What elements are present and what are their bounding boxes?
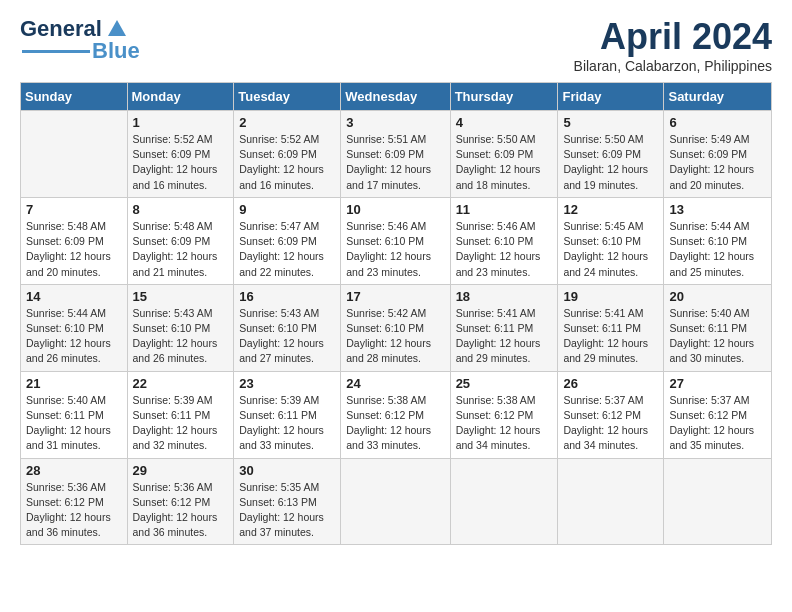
day-info: Sunrise: 5:52 AMSunset: 6:09 PMDaylight:… xyxy=(133,132,229,193)
calendar-cell: 6 Sunrise: 5:49 AMSunset: 6:09 PMDayligh… xyxy=(664,111,772,198)
calendar-table: SundayMondayTuesdayWednesdayThursdayFrid… xyxy=(20,82,772,545)
calendar-cell: 24 Sunrise: 5:38 AMSunset: 6:12 PMDaylig… xyxy=(341,371,450,458)
day-number: 7 xyxy=(26,202,122,217)
day-number: 6 xyxy=(669,115,766,130)
calendar-cell: 28 Sunrise: 5:36 AMSunset: 6:12 PMDaylig… xyxy=(21,458,128,545)
day-info: Sunrise: 5:42 AMSunset: 6:10 PMDaylight:… xyxy=(346,306,444,367)
day-number: 2 xyxy=(239,115,335,130)
day-info: Sunrise: 5:50 AMSunset: 6:09 PMDaylight:… xyxy=(563,132,658,193)
day-info: Sunrise: 5:38 AMSunset: 6:12 PMDaylight:… xyxy=(456,393,553,454)
day-number: 13 xyxy=(669,202,766,217)
day-info: Sunrise: 5:39 AMSunset: 6:11 PMDaylight:… xyxy=(239,393,335,454)
calendar-cell xyxy=(341,458,450,545)
logo: General Blue xyxy=(20,16,140,64)
day-info: Sunrise: 5:48 AMSunset: 6:09 PMDaylight:… xyxy=(133,219,229,280)
calendar-cell: 23 Sunrise: 5:39 AMSunset: 6:11 PMDaylig… xyxy=(234,371,341,458)
calendar-cell: 17 Sunrise: 5:42 AMSunset: 6:10 PMDaylig… xyxy=(341,284,450,371)
col-header-sunday: Sunday xyxy=(21,83,128,111)
calendar-cell xyxy=(450,458,558,545)
day-number: 20 xyxy=(669,289,766,304)
day-number: 3 xyxy=(346,115,444,130)
day-info: Sunrise: 5:46 AMSunset: 6:10 PMDaylight:… xyxy=(346,219,444,280)
day-number: 27 xyxy=(669,376,766,391)
day-info: Sunrise: 5:43 AMSunset: 6:10 PMDaylight:… xyxy=(239,306,335,367)
day-info: Sunrise: 5:51 AMSunset: 6:09 PMDaylight:… xyxy=(346,132,444,193)
day-info: Sunrise: 5:37 AMSunset: 6:12 PMDaylight:… xyxy=(563,393,658,454)
day-info: Sunrise: 5:37 AMSunset: 6:12 PMDaylight:… xyxy=(669,393,766,454)
calendar-cell: 30 Sunrise: 5:35 AMSunset: 6:13 PMDaylig… xyxy=(234,458,341,545)
calendar-cell: 22 Sunrise: 5:39 AMSunset: 6:11 PMDaylig… xyxy=(127,371,234,458)
day-info: Sunrise: 5:44 AMSunset: 6:10 PMDaylight:… xyxy=(669,219,766,280)
calendar-cell: 19 Sunrise: 5:41 AMSunset: 6:11 PMDaylig… xyxy=(558,284,664,371)
day-number: 9 xyxy=(239,202,335,217)
day-info: Sunrise: 5:44 AMSunset: 6:10 PMDaylight:… xyxy=(26,306,122,367)
day-number: 17 xyxy=(346,289,444,304)
day-info: Sunrise: 5:41 AMSunset: 6:11 PMDaylight:… xyxy=(456,306,553,367)
calendar-cell: 13 Sunrise: 5:44 AMSunset: 6:10 PMDaylig… xyxy=(664,197,772,284)
day-number: 4 xyxy=(456,115,553,130)
calendar-cell: 25 Sunrise: 5:38 AMSunset: 6:12 PMDaylig… xyxy=(450,371,558,458)
day-number: 25 xyxy=(456,376,553,391)
calendar-cell: 14 Sunrise: 5:44 AMSunset: 6:10 PMDaylig… xyxy=(21,284,128,371)
calendar-cell: 2 Sunrise: 5:52 AMSunset: 6:09 PMDayligh… xyxy=(234,111,341,198)
day-info: Sunrise: 5:47 AMSunset: 6:09 PMDaylight:… xyxy=(239,219,335,280)
day-number: 19 xyxy=(563,289,658,304)
day-info: Sunrise: 5:39 AMSunset: 6:11 PMDaylight:… xyxy=(133,393,229,454)
calendar-cell: 15 Sunrise: 5:43 AMSunset: 6:10 PMDaylig… xyxy=(127,284,234,371)
calendar-cell: 1 Sunrise: 5:52 AMSunset: 6:09 PMDayligh… xyxy=(127,111,234,198)
col-header-thursday: Thursday xyxy=(450,83,558,111)
calendar-cell: 27 Sunrise: 5:37 AMSunset: 6:12 PMDaylig… xyxy=(664,371,772,458)
calendar-cell: 16 Sunrise: 5:43 AMSunset: 6:10 PMDaylig… xyxy=(234,284,341,371)
calendar-cell: 29 Sunrise: 5:36 AMSunset: 6:12 PMDaylig… xyxy=(127,458,234,545)
calendar-cell: 10 Sunrise: 5:46 AMSunset: 6:10 PMDaylig… xyxy=(341,197,450,284)
day-info: Sunrise: 5:48 AMSunset: 6:09 PMDaylight:… xyxy=(26,219,122,280)
day-info: Sunrise: 5:50 AMSunset: 6:09 PMDaylight:… xyxy=(456,132,553,193)
day-number: 23 xyxy=(239,376,335,391)
calendar-cell: 21 Sunrise: 5:40 AMSunset: 6:11 PMDaylig… xyxy=(21,371,128,458)
col-header-friday: Friday xyxy=(558,83,664,111)
calendar-cell: 3 Sunrise: 5:51 AMSunset: 6:09 PMDayligh… xyxy=(341,111,450,198)
col-header-saturday: Saturday xyxy=(664,83,772,111)
calendar-cell: 9 Sunrise: 5:47 AMSunset: 6:09 PMDayligh… xyxy=(234,197,341,284)
day-number: 22 xyxy=(133,376,229,391)
day-info: Sunrise: 5:40 AMSunset: 6:11 PMDaylight:… xyxy=(26,393,122,454)
day-number: 12 xyxy=(563,202,658,217)
day-number: 5 xyxy=(563,115,658,130)
day-number: 14 xyxy=(26,289,122,304)
calendar-cell: 8 Sunrise: 5:48 AMSunset: 6:09 PMDayligh… xyxy=(127,197,234,284)
day-info: Sunrise: 5:52 AMSunset: 6:09 PMDaylight:… xyxy=(239,132,335,193)
day-info: Sunrise: 5:36 AMSunset: 6:12 PMDaylight:… xyxy=(133,480,229,541)
day-info: Sunrise: 5:41 AMSunset: 6:11 PMDaylight:… xyxy=(563,306,658,367)
logo-blue: Blue xyxy=(92,38,140,64)
calendar-cell xyxy=(21,111,128,198)
calendar-cell: 5 Sunrise: 5:50 AMSunset: 6:09 PMDayligh… xyxy=(558,111,664,198)
calendar-cell: 12 Sunrise: 5:45 AMSunset: 6:10 PMDaylig… xyxy=(558,197,664,284)
day-number: 28 xyxy=(26,463,122,478)
location-subtitle: Bilaran, Calabarzon, Philippines xyxy=(574,58,772,74)
day-number: 10 xyxy=(346,202,444,217)
calendar-cell: 4 Sunrise: 5:50 AMSunset: 6:09 PMDayligh… xyxy=(450,111,558,198)
day-info: Sunrise: 5:36 AMSunset: 6:12 PMDaylight:… xyxy=(26,480,122,541)
calendar-cell: 11 Sunrise: 5:46 AMSunset: 6:10 PMDaylig… xyxy=(450,197,558,284)
col-header-monday: Monday xyxy=(127,83,234,111)
page-header: General Blue April 2024 Bilaran, Calabar… xyxy=(20,16,772,74)
day-number: 30 xyxy=(239,463,335,478)
day-number: 18 xyxy=(456,289,553,304)
day-number: 8 xyxy=(133,202,229,217)
day-info: Sunrise: 5:45 AMSunset: 6:10 PMDaylight:… xyxy=(563,219,658,280)
calendar-cell: 7 Sunrise: 5:48 AMSunset: 6:09 PMDayligh… xyxy=(21,197,128,284)
day-number: 11 xyxy=(456,202,553,217)
day-info: Sunrise: 5:38 AMSunset: 6:12 PMDaylight:… xyxy=(346,393,444,454)
calendar-cell: 18 Sunrise: 5:41 AMSunset: 6:11 PMDaylig… xyxy=(450,284,558,371)
calendar-cell: 20 Sunrise: 5:40 AMSunset: 6:11 PMDaylig… xyxy=(664,284,772,371)
day-info: Sunrise: 5:49 AMSunset: 6:09 PMDaylight:… xyxy=(669,132,766,193)
day-number: 29 xyxy=(133,463,229,478)
day-info: Sunrise: 5:43 AMSunset: 6:10 PMDaylight:… xyxy=(133,306,229,367)
calendar-cell: 26 Sunrise: 5:37 AMSunset: 6:12 PMDaylig… xyxy=(558,371,664,458)
day-info: Sunrise: 5:35 AMSunset: 6:13 PMDaylight:… xyxy=(239,480,335,541)
day-number: 24 xyxy=(346,376,444,391)
day-number: 1 xyxy=(133,115,229,130)
day-number: 26 xyxy=(563,376,658,391)
col-header-wednesday: Wednesday xyxy=(341,83,450,111)
day-info: Sunrise: 5:46 AMSunset: 6:10 PMDaylight:… xyxy=(456,219,553,280)
